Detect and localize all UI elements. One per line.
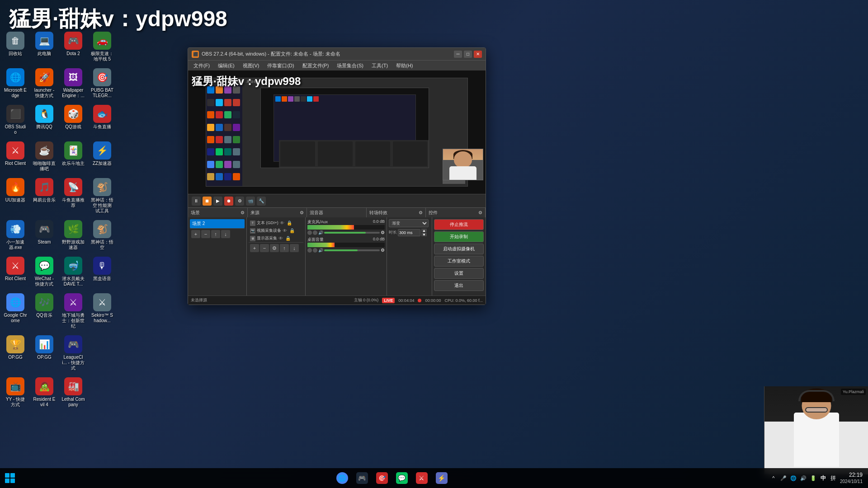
obs-source-down-button[interactable]: ↓ xyxy=(290,244,299,252)
icon-resident-evil[interactable]: 🧟 Resident Evil 4 xyxy=(31,375,57,410)
icon-lethal-company[interactable]: 🏭 Lethal Company xyxy=(60,375,86,410)
obs-menu-view[interactable]: 视图(V) xyxy=(239,61,263,70)
obs-record-button[interactable]: ⏺ xyxy=(224,197,233,206)
taskbar-language-icon[interactable]: 中 xyxy=(819,474,827,482)
icon-obs[interactable]: ⬛ OBS Studio xyxy=(2,103,28,137)
obs-mixer-settings-button[interactable] xyxy=(313,230,317,235)
icon-wechat[interactable]: 💬 WeChat - 快捷方式 xyxy=(31,254,57,289)
icon-launcher[interactable]: 🚀 launcher - 快捷方式 xyxy=(31,66,57,101)
icon-douyu-live[interactable]: 📡 斗鱼直播推荐 xyxy=(60,176,86,216)
taskbar-show-hidden-button[interactable]: ^ xyxy=(769,474,778,482)
icon-sekiro[interactable]: ⚔ Sekiro™ Shadow... xyxy=(89,291,115,331)
obs-source-lock-icon[interactable]: 🔒 xyxy=(285,236,291,241)
obs-source-item-display[interactable]: 🖥 显示器采集 👁 🔒 xyxy=(249,235,303,242)
obs-mixer-gear-icon[interactable]: ⚙ xyxy=(381,230,385,235)
taskbar-riot-icon[interactable]: ⚔ xyxy=(413,469,431,487)
obs-scene-down-button[interactable]: ↓ xyxy=(221,230,230,238)
icon-dave[interactable]: 🤿 潜水员戴夫 DAVE T... xyxy=(60,254,86,289)
obs-minimize-button[interactable]: ─ xyxy=(454,51,462,58)
icon-coffee[interactable]: ☕ 啪啪咖啡直播吧 xyxy=(31,139,57,174)
taskbar-input-method-icon[interactable]: 拼 xyxy=(829,474,837,482)
icon-qq-music[interactable]: 🎶 QQ音乐 xyxy=(31,291,57,331)
obs-mixer-volume-slider[interactable] xyxy=(324,249,380,251)
taskbar-chrome-icon[interactable]: 🌐 xyxy=(333,469,351,487)
icon-leaguecli[interactable]: 🎮 LeagueCli... - 快捷方式 xyxy=(60,333,86,373)
taskbar-network-icon[interactable]: 🌐 xyxy=(789,474,797,482)
icon-blackgod[interactable]: 🐒 黑神话：悟空 性能测试工具 xyxy=(89,176,115,216)
obs-mixer-mute-button[interactable] xyxy=(307,248,312,253)
obs-transition-type-select[interactable]: 渐变 xyxy=(389,219,429,227)
icon-zz-speed[interactable]: ⚡ ZZ加速器 xyxy=(89,139,115,174)
obs-start-record-button[interactable]: 开始录制 xyxy=(434,231,484,242)
obs-studio-mode-button[interactable]: 工作室模式 xyxy=(434,256,484,267)
obs-mixer-settings-button[interactable] xyxy=(313,248,317,253)
obs-scene-item-1[interactable]: 场景 2 xyxy=(190,219,245,228)
icon-chrome[interactable]: 🌐 Google Chrome xyxy=(2,291,28,331)
icon-qq[interactable]: 🐧 腾讯QQ xyxy=(31,103,57,137)
obs-source-up-button[interactable]: ↑ xyxy=(280,244,289,252)
taskbar-wechat-icon[interactable]: 💬 xyxy=(393,469,411,487)
taskbar-volume-icon[interactable]: 🔊 xyxy=(799,474,807,482)
taskbar-game1-icon[interactable]: 🎯 xyxy=(373,469,391,487)
obs-menu-help[interactable]: 帮助(H) xyxy=(392,61,416,70)
icon-pubg[interactable]: 🎯 PUBG BATTLEGR... xyxy=(89,66,115,101)
obs-close-button[interactable]: ✕ xyxy=(474,51,482,58)
obs-duration-down-button[interactable]: ▼ xyxy=(421,233,427,236)
obs-source-item-video[interactable]: 📷 视频采集设备 👁 🔒 xyxy=(249,227,303,235)
obs-mixer-gear-icon2[interactable]: ⚙ xyxy=(381,248,385,253)
icon-blackgod2[interactable]: 🐒 黑神话：悟空 xyxy=(89,218,115,253)
obs-stop-button[interactable]: ⏹ xyxy=(203,197,212,206)
obs-source-props-button[interactable]: ⚙ xyxy=(270,244,279,252)
taskbar-start-button[interactable] xyxy=(0,468,20,488)
obs-menu-tools[interactable]: 工具(T) xyxy=(368,61,392,70)
obs-remove-scene-button[interactable]: − xyxy=(201,230,210,238)
obs-maximize-button[interactable]: □ xyxy=(464,51,472,58)
obs-source-visibility-icon[interactable]: 👁 xyxy=(280,221,285,226)
icon-underground[interactable]: ⚔ 地下城与勇士：创新世纪 xyxy=(60,291,86,331)
obs-mixer-mute-button[interactable] xyxy=(307,230,312,235)
obs-virtual-cam-button[interactable]: 启动虚拟摄像机 xyxy=(434,244,484,254)
obs-source-lock-icon[interactable]: 🔒 xyxy=(289,228,295,234)
icon-uu[interactable]: 🔥 UU加速器 xyxy=(2,176,28,216)
icon-wallpaper[interactable]: 🖼 Wallpaper Engine：... xyxy=(60,66,86,101)
obs-menu-docks[interactable]: 停靠窗口(D) xyxy=(264,61,297,70)
obs-add-source-button[interactable]: + xyxy=(250,244,259,252)
taskbar-steam-icon[interactable]: 🎮 xyxy=(353,469,371,487)
obs-menu-file[interactable]: 文件(F) xyxy=(190,61,213,70)
obs-pause-button[interactable]: ⏸ xyxy=(192,197,201,206)
obs-menu-edit[interactable]: 编辑(E) xyxy=(214,61,238,70)
obs-stop-stream-button[interactable]: 停止推流 xyxy=(434,219,484,230)
obs-remove-source-button[interactable]: − xyxy=(260,244,269,252)
obs-duration-up-button[interactable]: ▲ xyxy=(421,229,427,232)
icon-opgg[interactable]: 📊 OP.GG xyxy=(31,333,57,373)
obs-menu-scene-coll[interactable]: 场景集合(S) xyxy=(333,61,367,70)
obs-scene-up-button[interactable]: ↑ xyxy=(211,230,220,238)
obs-add-scene-button[interactable]: + xyxy=(191,230,200,238)
taskbar-battery-icon[interactable]: 🔋 xyxy=(809,474,817,482)
taskbar-mic-icon[interactable]: 🎤 xyxy=(779,474,788,482)
obs-settings-transport-button[interactable]: ⚙ xyxy=(235,197,244,206)
icon-riot[interactable]: ⚔ Riot Client xyxy=(2,139,28,174)
icon-steam[interactable]: 🎮 Steam xyxy=(31,218,57,253)
icon-netease[interactable]: 🎵 网易云音乐 xyxy=(31,176,57,216)
obs-duration-input[interactable] xyxy=(398,229,420,236)
obs-source-item-text[interactable]: T 文本 (GDI+) 👁 🔒 xyxy=(249,219,303,227)
obs-source-visibility-icon[interactable]: 👁 xyxy=(278,236,284,241)
obs-menu-profile[interactable]: 配置文件(P) xyxy=(299,61,333,70)
icon-league[interactable]: 🏆 OP.GG xyxy=(2,333,28,373)
obs-source-lock-icon[interactable]: 🔒 xyxy=(287,221,292,226)
icon-huya[interactable]: 🃏 欢乐斗地主 xyxy=(60,139,86,174)
obs-mixer-volume-slider[interactable] xyxy=(324,232,380,234)
obs-virtual-cam-button[interactable]: 📹 xyxy=(246,197,255,206)
icon-black-speech[interactable]: 🎙 黑盒语音 xyxy=(89,254,115,289)
obs-settings-button[interactable]: 设置 xyxy=(434,268,484,279)
taskbar-clock[interactable]: 22:19 2024/10/11 xyxy=(840,472,863,484)
icon-speed-mini[interactable]: 💨 小一加速器.exe xyxy=(2,218,28,253)
taskbar-zz-icon[interactable]: ⚡ xyxy=(433,469,451,487)
obs-mode-button[interactable]: 🔧 xyxy=(257,197,266,206)
icon-ms-edge[interactable]: 🌐 Microsoft Edge xyxy=(2,66,28,101)
obs-source-visibility-icon[interactable]: 👁 xyxy=(283,228,288,234)
icon-qq-games[interactable]: 🎲 QQ游戏 xyxy=(60,103,86,137)
obs-exit-button[interactable]: 退出 xyxy=(434,280,484,291)
icon-yy[interactable]: 📺 YY - 快捷方式 xyxy=(2,375,28,410)
